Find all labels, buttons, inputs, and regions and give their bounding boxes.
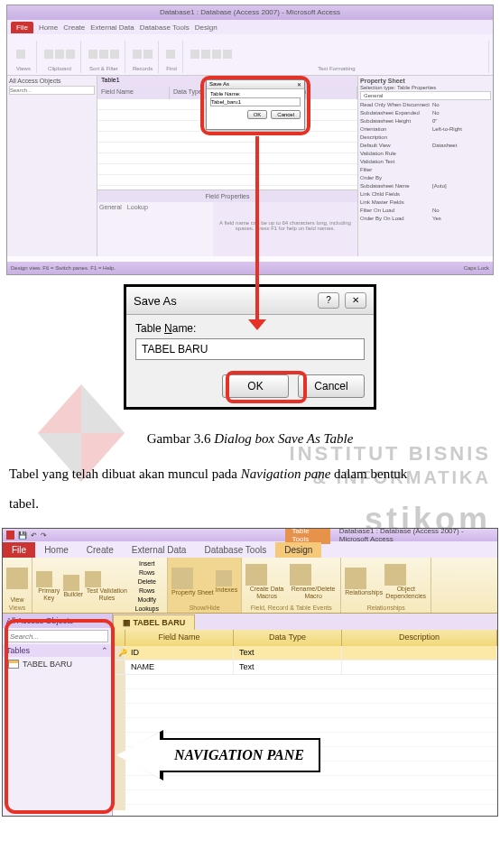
connector-arrow [255,136,259,321]
cell-field-name[interactable]: ID [125,646,234,660]
tab-design[interactable]: Design [195,23,218,32]
ribbon-tabs: File Home Create External Data Database … [7,20,493,34]
nav-group-tables[interactable]: Tables [6,646,30,655]
table-icon [8,660,19,669]
table-row[interactable]: ID Text [113,646,497,660]
cell-description[interactable] [342,646,497,660]
cell-data-type[interactable]: Text [234,646,342,660]
tab-design-bottom[interactable]: Design [275,542,321,558]
tab-create-bottom[interactable]: Create [78,542,123,558]
tab-file-bottom[interactable]: File [3,542,35,558]
nav-search[interactable] [6,630,108,642]
cancel-button[interactable]: Cancel [298,374,365,398]
property-sheet-tab[interactable]: General [360,91,491,100]
qat-save-icon[interactable]: 💾 [18,531,27,540]
property-row[interactable]: Validation Rule [360,150,491,158]
view-icon[interactable] [6,568,28,589]
cell-data-type[interactable]: Text [234,660,342,674]
ribbon-bottom: View Views Primary Key Builder Test Vali… [3,558,497,614]
cell-field-name[interactable]: NAME [125,660,234,674]
props-tab-general[interactable]: General [99,204,122,210]
nav-search-input[interactable] [9,86,95,95]
table-icon: ▦ [123,618,131,627]
save-as-title-small: Save As [209,81,229,88]
property-row[interactable]: Filter On LoadNo [360,207,491,215]
tab-database-tools[interactable]: Database Tools [140,23,190,32]
views-group: Views [6,605,28,611]
tab-home[interactable]: Home [39,23,58,32]
table-name-input[interactable] [135,338,365,360]
property-row[interactable]: Link Master Fields [360,199,491,207]
close-icon[interactable]: ✕ [297,81,301,88]
props-tabs[interactable]: General Lookup [97,202,213,256]
property-sheet-subtitle: Selection type: Table Properties [360,85,491,90]
property-sheet-icon[interactable] [171,568,193,589]
arrow-left-icon [116,732,160,779]
property-row[interactable]: Order By [360,174,491,182]
collapse-icon[interactable]: ⌃ [101,646,108,655]
events-group: Field, Record & Table Events [245,605,337,611]
open-table-tab[interactable]: ▦ TABEL BARU [113,614,195,630]
window-title: Database1 : Database (Access 2007) - Mic… [7,5,493,20]
property-row[interactable]: Link Child Fields [360,190,491,199]
ok-button[interactable]: OK [222,374,289,398]
property-row[interactable]: Read Only When DisconnectNo [360,101,491,109]
navigation-pane-callout: NAVIGATION PANE [116,732,320,779]
tab-create[interactable]: Create [63,23,85,32]
ribbon-group-views: Views [16,66,31,71]
property-row[interactable]: Description [360,134,491,142]
row-selector[interactable] [113,660,125,674]
cancel-button-small[interactable]: Cancel [271,110,301,119]
help-button[interactable]: ? [318,292,339,309]
save-as-label-small: Table Name: [210,91,301,97]
status-bar: Design view. F6 = Switch panes. F1 = Hel… [7,262,493,274]
tab-dbtools-bottom[interactable]: Database Tools [195,542,275,558]
test-validation-icon[interactable] [85,571,101,587]
status-right: Caps Lock [464,262,489,274]
qat-redo-icon[interactable]: ↷ [41,531,47,540]
navigation-pane[interactable]: All Access Objects « « Tables ⌃ TABEL BA… [3,614,113,817]
nav-item-tabel-baru[interactable]: TABEL BARU [3,657,112,671]
props-tab-lookup[interactable]: Lookup [127,204,148,210]
field-properties-header: Field Properties [97,189,357,202]
insert-rows[interactable]: Insert Rows [130,559,163,577]
table-row[interactable]: NAME Text [113,660,497,675]
qat-undo-icon[interactable]: ↶ [31,531,37,540]
col-field-name-2: Field Name [125,630,234,646]
relationships-icon[interactable] [345,568,366,589]
create-macro-icon[interactable] [245,564,267,586]
property-row[interactable]: Validation Text [360,158,491,166]
indexes-icon[interactable] [216,570,232,586]
svg-marker-1 [81,384,125,433]
tab-external-data[interactable]: External Data [90,23,134,32]
tab-file[interactable]: File [11,22,33,33]
save-as-dialog-large: Save As ? ✕ Table Name: OK Cancel [124,284,376,410]
property-row[interactable]: Filter [360,166,491,174]
ribbon-tabs-bottom: File Home Create External Data Database … [3,541,497,558]
property-row[interactable]: Subdatasheet Height0" [360,117,491,125]
builder-icon[interactable] [63,575,79,591]
primary-key-icon[interactable] [36,571,52,587]
modify-lookups[interactable]: Modify Lookups [130,596,163,614]
rename-macro-icon[interactable] [290,564,311,586]
figure-caption: Gambar 3.6 Dialog box Save As Table [0,431,500,447]
ribbon: Views Clipboard Sort & Filter Records Fi… [7,34,493,76]
ribbon-group-formatting: Text Formatting [190,66,483,71]
nav-collapse-icon[interactable]: « « [97,616,108,625]
save-as-input-small[interactable] [210,97,301,106]
relationships-group: Relationships [345,605,427,611]
close-button[interactable]: ✕ [345,292,366,309]
property-row[interactable]: OrientationLeft-to-Right [360,125,491,134]
delete-rows[interactable]: Delete Rows [130,577,163,596]
tab-external-bottom[interactable]: External Data [123,542,196,558]
cell-description[interactable] [342,660,497,674]
property-row[interactable]: Order By On LoadYes [360,215,491,223]
ribbon-group-clipboard: Clipboard [44,66,75,71]
ok-button-small[interactable]: OK [247,110,268,119]
property-row[interactable]: Subdatasheet Name[Auto] [360,182,491,190]
navigation-pane-small[interactable]: All Access Objects [7,76,97,256]
object-dependencies-icon[interactable] [384,564,406,586]
property-row[interactable]: Subdatasheet ExpandedNo [360,109,491,117]
tab-home-bottom[interactable]: Home [35,542,78,558]
property-row[interactable]: Default ViewDatasheet [360,142,491,150]
